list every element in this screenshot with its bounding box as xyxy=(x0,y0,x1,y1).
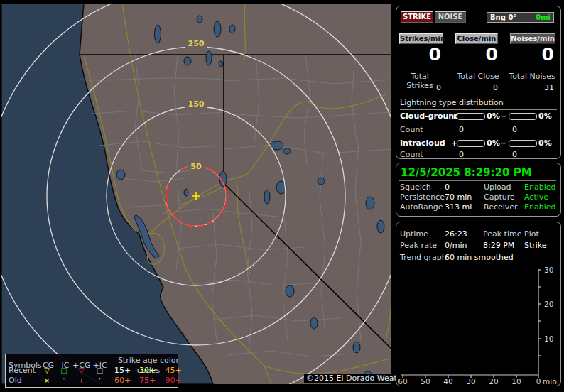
x-tick-10: 10 xyxy=(511,377,521,386)
noise-toggle-button[interactable]: NOISE xyxy=(435,11,466,23)
peak-rate-value: 0/min xyxy=(445,241,467,250)
uptime-label: Uptime xyxy=(400,229,428,239)
peak-time-label: Peak time xyxy=(483,229,521,239)
plot-label: Plot xyxy=(524,229,539,239)
ic-plus-pct: 0% xyxy=(487,138,500,148)
old-neg-ic-icon: ' xyxy=(55,376,72,386)
intracloud-label: Intracloud xyxy=(400,138,445,148)
noises-per-min-value: 0 xyxy=(511,45,554,64)
age-15: 15+ xyxy=(109,366,136,376)
squelch-label: Squelch xyxy=(400,183,431,192)
total-strikes-value: 0 xyxy=(398,83,441,92)
squelch-value: 0 xyxy=(445,183,450,192)
lightning-detector-window: 50 150 250 Symbols -CG -IC +CG +IC Strik… xyxy=(0,0,564,392)
legend-old-row: Old × ' + ' 60+ 75+ 90+ xyxy=(6,376,178,386)
distribution-title: Lightning type distribution xyxy=(400,98,557,110)
trend-graph-label: Trend graph xyxy=(400,253,447,262)
trend-graph-mode: 60 min smoothed xyxy=(445,253,514,262)
total-close-label: Total Close xyxy=(456,72,500,81)
upload-status: Enabled xyxy=(524,183,555,192)
strike-counters-panel: STRIKE NOISE Bng 0° 0mi Strikes/min Clos… xyxy=(396,6,561,159)
recent-neg-ic-icon: □ xyxy=(55,366,72,376)
age-90: 90+ xyxy=(159,376,188,386)
peak-rate-label: Peak rate xyxy=(400,241,437,250)
autorange-value: 313 mi xyxy=(445,202,472,212)
old-pos-cg-icon: + xyxy=(72,376,90,386)
ic-minus-count: 0 xyxy=(512,150,517,159)
cg-minus-bar xyxy=(509,113,537,120)
strike-toggle-button[interactable]: STRIKE xyxy=(401,11,433,23)
ring-label-50: 50 xyxy=(190,162,202,171)
bearing-distance: 0mi xyxy=(536,13,551,21)
legend-recent-label: Recent xyxy=(6,366,38,376)
close-per-min-button[interactable]: Close/min xyxy=(455,33,498,44)
cg-plus-bar xyxy=(457,113,485,120)
legend-header-row: Symbols -CG -IC +CG +IC Strike age color… xyxy=(6,356,178,366)
bearing-bar[interactable]: Bng 0° 0mi xyxy=(487,12,554,23)
cg-plus-pct: 0% xyxy=(487,111,500,121)
cg-minus-pct: 0% xyxy=(538,111,552,121)
trend-graph: 60 50 40 30 20 10 0 min 30 20 10 xyxy=(396,263,560,386)
persistence-value: 70 min xyxy=(445,192,472,202)
cg-count-label: Count xyxy=(400,125,423,134)
x-tick-30: 30 xyxy=(466,377,475,386)
cg-plus-count: 0 xyxy=(459,125,464,134)
x-tick-0: 0 xyxy=(536,377,541,386)
capture-status: Active xyxy=(524,192,548,202)
autorange-label: AutoRange xyxy=(400,202,443,212)
persistence-label: Persistence xyxy=(400,192,445,202)
peak-time-value: 8:29 PM xyxy=(483,241,514,250)
cg-minus-count: 0 xyxy=(512,125,517,134)
age-60: 60+ xyxy=(109,376,136,386)
ring-label-250: 250 xyxy=(188,39,205,48)
ic-plus-bar xyxy=(457,140,485,147)
ic-minus-sign: − xyxy=(500,138,506,148)
panel2-separator xyxy=(399,180,556,181)
strike-legend: Symbols -CG -IC +CG +IC Strike age color… xyxy=(5,354,178,388)
ic-count-label: Count xyxy=(400,150,423,159)
datetime-display: 12/5/2025 8:29:20 PM xyxy=(401,166,532,179)
total-noises-label: Total Noises xyxy=(509,72,555,81)
x-tick-20: 20 xyxy=(489,377,498,386)
y-tick-30: 30 xyxy=(544,266,553,274)
x-axis-unit: min xyxy=(543,377,557,386)
x-tick-40: 40 xyxy=(443,377,452,386)
ic-plus-count: 0 xyxy=(459,150,464,159)
total-noises-value: 31 xyxy=(511,83,554,92)
recent-neg-cg-icon: ▽ xyxy=(38,366,55,376)
legend-old-label: Old xyxy=(6,376,38,386)
legend-recent-row: Recent ▽ □ ▽ □ 15+ 30+ 45+ xyxy=(6,366,178,376)
recent-pos-cg-icon: ▽ xyxy=(72,366,90,376)
radar-map[interactable]: 50 150 250 xyxy=(1,4,391,384)
noises-per-min-button[interactable]: Noises/min xyxy=(510,33,555,44)
trend-panel: Uptime 26:23 Peak time Plot Peak rate 0/… xyxy=(396,222,561,386)
receiver-label: Receiver xyxy=(484,202,518,212)
strikes-per-min-button[interactable]: Strikes/min xyxy=(399,33,443,44)
y-tick-10: 10 xyxy=(544,334,553,343)
ic-minus-bar xyxy=(509,140,537,147)
cg-minus-sign: − xyxy=(500,111,506,121)
upload-label: Upload xyxy=(484,183,511,192)
old-neg-cg-icon: × xyxy=(38,376,55,386)
age-75: 75+ xyxy=(136,376,159,386)
strikes-per-min-value: 0 xyxy=(398,45,441,64)
old-pos-ic-icon: ' xyxy=(90,376,109,386)
sidebar: STRIKE NOISE Bng 0° 0mi Strikes/min Clos… xyxy=(395,4,563,388)
close-per-min-value: 0 xyxy=(455,45,498,64)
plot-value: Strike xyxy=(524,241,547,250)
age-30: 30+ xyxy=(136,366,159,376)
uptime-value: 26:23 xyxy=(445,229,467,239)
ic-minus-pct: 0% xyxy=(538,138,552,148)
total-close-value: 0 xyxy=(455,83,498,92)
x-tick-50: 50 xyxy=(421,377,430,386)
bearing-label: Bng 0° xyxy=(490,13,516,21)
y-tick-20: 20 xyxy=(544,300,553,308)
x-tick-60: 60 xyxy=(398,377,407,386)
recent-pos-ic-icon: □ xyxy=(90,366,109,376)
status-panel: 12/5/2025 8:29:20 PM Squelch 0 Upload En… xyxy=(396,163,561,217)
age-45: 45+ xyxy=(159,366,188,376)
receiver-status: Enabled xyxy=(524,202,555,212)
ring-label-150: 150 xyxy=(188,99,205,109)
capture-label: Capture xyxy=(484,192,515,202)
